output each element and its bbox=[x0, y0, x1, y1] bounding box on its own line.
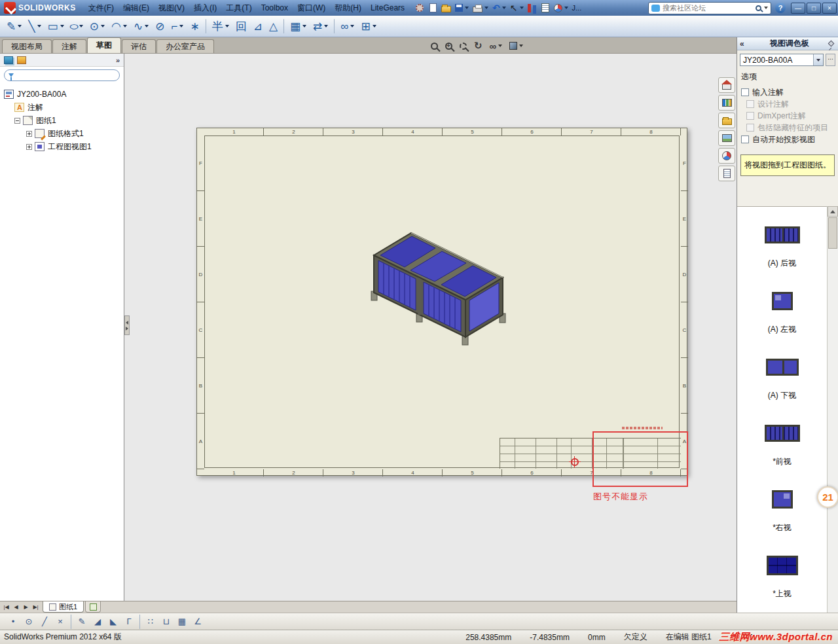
menu-item[interactable]: 窗口(W) bbox=[293, 1, 330, 15]
feature-manager-tab-icon[interactable] bbox=[4, 56, 13, 64]
slot-tool-button[interactable]: ○ bbox=[68, 18, 86, 35]
tree-item-sheet-format1[interactable]: 图纸格式1 bbox=[4, 127, 124, 140]
view-thumb-right[interactable]: *右视 bbox=[737, 480, 827, 546]
tab-annotation[interactable]: 注解 bbox=[52, 39, 86, 53]
snap-grid-icon[interactable]: ∷ bbox=[143, 615, 158, 628]
dropdown-caret-icon[interactable] bbox=[484, 7, 488, 9]
dropdown-caret-icon[interactable] bbox=[813, 54, 823, 65]
display-relations-button[interactable]: ∞ bbox=[338, 18, 357, 35]
linear-pattern-button[interactable]: ▦ bbox=[287, 18, 309, 35]
task-pane-scrollbar[interactable] bbox=[827, 206, 838, 630]
undo-button[interactable]: ↶ bbox=[491, 1, 507, 14]
sketch-tool-button[interactable]: ✎ bbox=[4, 18, 24, 35]
dropdown-caret-icon[interactable] bbox=[225, 25, 229, 27]
search-input[interactable] bbox=[663, 4, 753, 12]
tree-item-annotations[interactable]: A 注解 bbox=[4, 101, 124, 114]
option-import-annotations[interactable]: 输入注解 bbox=[741, 86, 834, 98]
document-dropdown[interactable]: JY200-BA00A bbox=[740, 54, 824, 66]
open-button[interactable] bbox=[440, 1, 452, 14]
view-thumbnail[interactable] bbox=[767, 546, 798, 584]
sheet-nav-button[interactable]: ▶| bbox=[31, 602, 41, 612]
sheet-tab-active[interactable]: 图纸1 bbox=[43, 601, 84, 613]
appearances-button[interactable] bbox=[553, 1, 570, 14]
file-properties-button[interactable] bbox=[539, 1, 551, 14]
snap-button[interactable] bbox=[139, 615, 140, 629]
property-manager-tab-icon[interactable] bbox=[17, 56, 26, 64]
arc-tool-button[interactable]: ◠ bbox=[109, 18, 130, 35]
checkbox[interactable] bbox=[746, 100, 754, 108]
menu-item[interactable]: Toolbox bbox=[257, 1, 293, 15]
circle-tool-button[interactable]: ⊙ bbox=[87, 18, 107, 35]
dropdown-caret-icon[interactable] bbox=[179, 25, 183, 27]
sketch-tool-button[interactable] bbox=[206, 19, 206, 33]
search-icon[interactable] bbox=[756, 5, 761, 11]
new-document-button[interactable] bbox=[427, 1, 439, 14]
community-search-box[interactable] bbox=[648, 2, 771, 14]
view-thumbnail[interactable] bbox=[765, 414, 800, 452]
fillet-tool-button[interactable]: ⌐ bbox=[168, 18, 186, 35]
ellipse-tool-button[interactable]: ⊘ bbox=[153, 18, 167, 35]
dropdown-caret-icon[interactable] bbox=[502, 7, 506, 9]
dropdown-caret-icon[interactable] bbox=[37, 25, 41, 27]
view-thumb-left[interactable]: (A) 左视 bbox=[737, 282, 827, 348]
point-tool-button[interactable]: ∗ bbox=[187, 18, 202, 35]
checkbox[interactable] bbox=[741, 135, 749, 143]
line-tool-button[interactable]: ╲ bbox=[26, 18, 43, 35]
convert-entities-button[interactable]: 回 bbox=[233, 18, 249, 35]
tab-sketch[interactable]: 草图 bbox=[87, 37, 121, 53]
checkbox[interactable] bbox=[741, 88, 749, 96]
view-thumbnail[interactable] bbox=[766, 348, 799, 386]
tree-root[interactable]: JY200-BA00A bbox=[4, 88, 124, 101]
quick-snaps-button[interactable]: ⊞ bbox=[358, 18, 378, 35]
view-thumbnail[interactable] bbox=[772, 480, 793, 518]
drawing-view-isometric[interactable] bbox=[364, 219, 518, 360]
tree-item-drawing-view1[interactable]: 工程图视图1 bbox=[4, 140, 124, 153]
view-thumbnail[interactable] bbox=[765, 216, 800, 254]
menu-item[interactable]: 文件(F) bbox=[84, 1, 118, 15]
dropdown-caret-icon[interactable] bbox=[145, 25, 149, 27]
close-button[interactable]: × bbox=[822, 3, 837, 14]
view-thumb-back[interactable]: (A) 后视 bbox=[737, 216, 827, 282]
litegears-icon[interactable] bbox=[414, 1, 426, 14]
toolbar-overflow-button[interactable]: J... bbox=[571, 1, 583, 14]
sheet-nav-button[interactable]: ◀ bbox=[11, 602, 21, 612]
display-style-icon[interactable] bbox=[509, 42, 523, 50]
snap-slot-icon[interactable]: ⊔ bbox=[159, 615, 173, 628]
filter-input[interactable] bbox=[16, 71, 115, 79]
search-options-caret-icon[interactable] bbox=[764, 7, 768, 9]
task-tab-appearances[interactable] bbox=[718, 148, 735, 164]
dropdown-caret-icon[interactable] bbox=[520, 7, 524, 9]
zoom-selection-icon[interactable] bbox=[460, 43, 467, 50]
dropdown-caret-icon[interactable] bbox=[18, 25, 22, 27]
menu-item[interactable]: 帮助(H) bbox=[330, 1, 366, 15]
menu-item[interactable]: 工具(T) bbox=[221, 1, 256, 15]
task-tab-view-palette[interactable] bbox=[718, 130, 735, 146]
dropdown-caret-icon[interactable] bbox=[350, 25, 354, 27]
tree-filter-field[interactable] bbox=[4, 69, 120, 81]
add-sheet-tab[interactable] bbox=[85, 601, 101, 613]
expander-icon[interactable] bbox=[26, 131, 32, 137]
snap-line-icon[interactable]: ╱ bbox=[37, 615, 52, 628]
menu-item[interactable]: LiteGears bbox=[366, 1, 409, 15]
mirror-entities-button[interactable]: △ bbox=[266, 18, 280, 35]
minimize-button[interactable]: — bbox=[791, 3, 805, 14]
save-button[interactable] bbox=[454, 1, 470, 14]
dropdown-caret-icon[interactable] bbox=[373, 25, 376, 27]
spline-tool-button[interactable]: ∿ bbox=[131, 18, 151, 35]
expander-icon[interactable] bbox=[26, 144, 32, 150]
offset-entities-button[interactable]: ⊿ bbox=[251, 18, 265, 35]
scrollbar-thumb[interactable] bbox=[828, 217, 837, 249]
menu-item[interactable]: 视图(V) bbox=[154, 1, 189, 15]
help-button[interactable]: ? bbox=[775, 3, 786, 13]
view-thumb-front[interactable]: *前视 bbox=[737, 414, 827, 480]
dropdown-caret-icon[interactable] bbox=[564, 7, 568, 9]
tab-evaluate[interactable]: 评估 bbox=[122, 39, 156, 53]
zoom-fit-icon[interactable] bbox=[431, 43, 438, 50]
sketch-tool-button[interactable] bbox=[283, 19, 284, 33]
select-button[interactable]: ↖ bbox=[509, 1, 525, 14]
snap-center-icon[interactable]: ⊙ bbox=[22, 615, 36, 628]
snap-sketch-icon[interactable]: ✎ bbox=[75, 615, 89, 628]
hide-show-items-icon[interactable]: ∞ bbox=[490, 41, 503, 52]
smart-dimension-button[interactable]: 半 bbox=[210, 18, 232, 35]
view-thumb-top[interactable]: *上视 bbox=[737, 546, 827, 613]
